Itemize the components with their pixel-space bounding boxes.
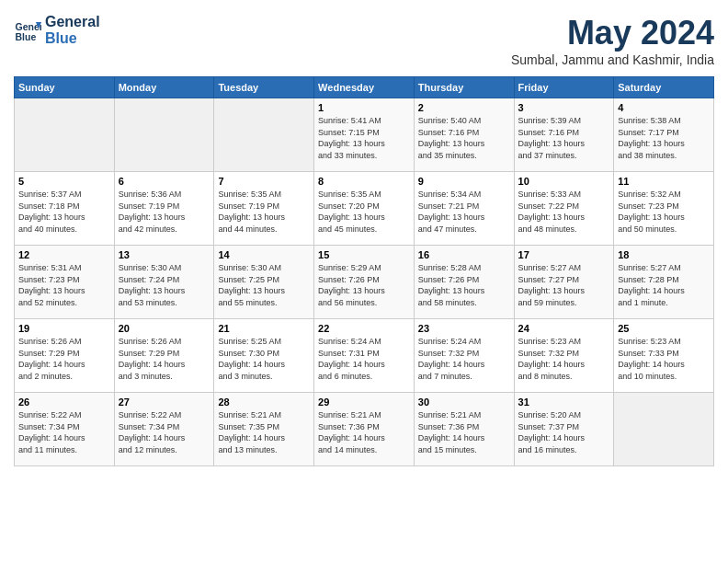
- day-number: 13: [119, 249, 210, 260]
- day-number: 27: [119, 396, 210, 408]
- day-info: Sunrise: 5:20 AM Sunset: 7:37 PM Dayligh…: [518, 409, 610, 455]
- calendar-cell: [114, 98, 214, 172]
- weekday-header-row: SundayMondayTuesdayWednesdayThursdayFrid…: [15, 77, 714, 98]
- calendar-week-row: 26Sunrise: 5:22 AM Sunset: 7:34 PM Dayli…: [15, 393, 714, 466]
- calendar-cell: 31Sunrise: 5:20 AM Sunset: 7:37 PM Dayli…: [514, 393, 614, 466]
- day-number: 31: [518, 396, 610, 408]
- day-number: 21: [218, 323, 310, 334]
- day-info: Sunrise: 5:21 AM Sunset: 7:36 PM Dayligh…: [318, 409, 410, 455]
- calendar-subtitle: Sumbal, Jammu and Kashmir, India: [511, 52, 714, 67]
- calendar-cell: 24Sunrise: 5:23 AM Sunset: 7:32 PM Dayli…: [514, 319, 614, 393]
- day-number: 25: [618, 323, 710, 334]
- calendar-cell: 8Sunrise: 5:35 AM Sunset: 7:20 PM Daylig…: [314, 172, 415, 246]
- weekday-header-cell: Saturday: [614, 77, 714, 98]
- day-info: Sunrise: 5:23 AM Sunset: 7:32 PM Dayligh…: [518, 336, 610, 382]
- calendar-cell: 17Sunrise: 5:27 AM Sunset: 7:27 PM Dayli…: [514, 246, 614, 319]
- weekday-header-cell: Monday: [114, 77, 214, 98]
- calendar-cell: 4Sunrise: 5:38 AM Sunset: 7:17 PM Daylig…: [614, 98, 714, 172]
- day-info: Sunrise: 5:26 AM Sunset: 7:29 PM Dayligh…: [18, 336, 110, 382]
- day-number: 8: [318, 176, 410, 187]
- day-number: 9: [418, 176, 510, 187]
- calendar-cell: [614, 393, 714, 466]
- day-info: Sunrise: 5:24 AM Sunset: 7:31 PM Dayligh…: [318, 336, 410, 382]
- calendar-cell: 16Sunrise: 5:28 AM Sunset: 7:26 PM Dayli…: [414, 246, 514, 319]
- day-number: 2: [418, 102, 510, 113]
- calendar-table: SundayMondayTuesdayWednesdayThursdayFrid…: [14, 76, 714, 466]
- weekday-header-cell: Thursday: [414, 77, 514, 98]
- day-number: 29: [318, 396, 410, 408]
- calendar-cell: 5Sunrise: 5:37 AM Sunset: 7:18 PM Daylig…: [15, 172, 115, 246]
- day-info: Sunrise: 5:41 AM Sunset: 7:15 PM Dayligh…: [318, 115, 410, 161]
- calendar-body: 1Sunrise: 5:41 AM Sunset: 7:15 PM Daylig…: [15, 98, 714, 466]
- day-number: 28: [218, 396, 310, 408]
- day-info: Sunrise: 5:30 AM Sunset: 7:25 PM Dayligh…: [218, 262, 310, 308]
- weekday-header-cell: Tuesday: [214, 77, 314, 98]
- day-number: 24: [518, 323, 610, 334]
- day-number: 19: [18, 323, 110, 334]
- day-info: Sunrise: 5:22 AM Sunset: 7:34 PM Dayligh…: [119, 409, 210, 455]
- day-info: Sunrise: 5:32 AM Sunset: 7:23 PM Dayligh…: [618, 189, 710, 235]
- calendar-cell: 9Sunrise: 5:34 AM Sunset: 7:21 PM Daylig…: [414, 172, 514, 246]
- weekday-header-cell: Sunday: [15, 77, 115, 98]
- day-info: Sunrise: 5:29 AM Sunset: 7:26 PM Dayligh…: [318, 262, 410, 308]
- weekday-header-cell: Wednesday: [314, 77, 415, 98]
- page-header: General Blue General Blue May 2024 Sumba…: [14, 14, 714, 67]
- day-number: 12: [18, 249, 110, 260]
- day-info: Sunrise: 5:30 AM Sunset: 7:24 PM Dayligh…: [119, 262, 210, 308]
- day-number: 23: [418, 323, 510, 334]
- day-number: 16: [418, 249, 510, 260]
- calendar-cell: 1Sunrise: 5:41 AM Sunset: 7:15 PM Daylig…: [314, 98, 415, 172]
- title-block: May 2024 Sumbal, Jammu and Kashmir, Indi…: [511, 14, 714, 67]
- svg-text:Blue: Blue: [16, 30, 37, 41]
- calendar-cell: [214, 98, 314, 172]
- calendar-cell: 22Sunrise: 5:24 AM Sunset: 7:31 PM Dayli…: [314, 319, 415, 393]
- day-number: 22: [318, 323, 410, 334]
- calendar-cell: 29Sunrise: 5:21 AM Sunset: 7:36 PM Dayli…: [314, 393, 415, 466]
- day-info: Sunrise: 5:39 AM Sunset: 7:16 PM Dayligh…: [518, 115, 610, 161]
- day-info: Sunrise: 5:34 AM Sunset: 7:21 PM Dayligh…: [418, 189, 510, 235]
- calendar-cell: 7Sunrise: 5:35 AM Sunset: 7:19 PM Daylig…: [214, 172, 314, 246]
- calendar-cell: 27Sunrise: 5:22 AM Sunset: 7:34 PM Dayli…: [114, 393, 214, 466]
- day-number: 17: [518, 249, 610, 260]
- day-number: 4: [618, 102, 710, 113]
- calendar-week-row: 19Sunrise: 5:26 AM Sunset: 7:29 PM Dayli…: [15, 319, 714, 393]
- calendar-cell: 14Sunrise: 5:30 AM Sunset: 7:25 PM Dayli…: [214, 246, 314, 319]
- day-info: Sunrise: 5:27 AM Sunset: 7:27 PM Dayligh…: [518, 262, 610, 308]
- day-number: 20: [119, 323, 210, 334]
- day-number: 18: [618, 249, 710, 260]
- day-info: Sunrise: 5:26 AM Sunset: 7:29 PM Dayligh…: [119, 336, 210, 382]
- day-info: Sunrise: 5:28 AM Sunset: 7:26 PM Dayligh…: [418, 262, 510, 308]
- calendar-cell: 26Sunrise: 5:22 AM Sunset: 7:34 PM Dayli…: [15, 393, 115, 466]
- logo: General Blue General Blue: [14, 14, 100, 46]
- calendar-cell: 19Sunrise: 5:26 AM Sunset: 7:29 PM Dayli…: [15, 319, 115, 393]
- day-info: Sunrise: 5:35 AM Sunset: 7:19 PM Dayligh…: [218, 189, 310, 235]
- day-info: Sunrise: 5:21 AM Sunset: 7:36 PM Dayligh…: [418, 409, 510, 455]
- day-info: Sunrise: 5:24 AM Sunset: 7:32 PM Dayligh…: [418, 336, 510, 382]
- calendar-cell: [15, 98, 115, 172]
- day-number: 5: [18, 176, 110, 187]
- calendar-cell: 13Sunrise: 5:30 AM Sunset: 7:24 PM Dayli…: [114, 246, 214, 319]
- calendar-week-row: 5Sunrise: 5:37 AM Sunset: 7:18 PM Daylig…: [15, 172, 714, 246]
- calendar-cell: 2Sunrise: 5:40 AM Sunset: 7:16 PM Daylig…: [414, 98, 514, 172]
- day-info: Sunrise: 5:21 AM Sunset: 7:35 PM Dayligh…: [218, 409, 310, 455]
- calendar-cell: 10Sunrise: 5:33 AM Sunset: 7:22 PM Dayli…: [514, 172, 614, 246]
- calendar-cell: 18Sunrise: 5:27 AM Sunset: 7:28 PM Dayli…: [614, 246, 714, 319]
- calendar-cell: 20Sunrise: 5:26 AM Sunset: 7:29 PM Dayli…: [114, 319, 214, 393]
- day-number: 10: [518, 176, 610, 187]
- day-info: Sunrise: 5:37 AM Sunset: 7:18 PM Dayligh…: [18, 189, 110, 235]
- day-number: 1: [318, 102, 410, 113]
- logo-general: General: [45, 14, 100, 30]
- logo-icon: General Blue: [14, 17, 41, 44]
- day-info: Sunrise: 5:36 AM Sunset: 7:19 PM Dayligh…: [119, 189, 210, 235]
- day-info: Sunrise: 5:27 AM Sunset: 7:28 PM Dayligh…: [618, 262, 710, 308]
- day-info: Sunrise: 5:22 AM Sunset: 7:34 PM Dayligh…: [18, 409, 110, 455]
- day-number: 30: [418, 396, 510, 408]
- day-info: Sunrise: 5:35 AM Sunset: 7:20 PM Dayligh…: [318, 189, 410, 235]
- calendar-cell: 6Sunrise: 5:36 AM Sunset: 7:19 PM Daylig…: [114, 172, 214, 246]
- calendar-cell: 15Sunrise: 5:29 AM Sunset: 7:26 PM Dayli…: [314, 246, 415, 319]
- day-info: Sunrise: 5:33 AM Sunset: 7:22 PM Dayligh…: [518, 189, 610, 235]
- day-number: 7: [218, 176, 310, 187]
- day-number: 3: [518, 102, 610, 113]
- logo-blue: Blue: [45, 30, 100, 47]
- calendar-cell: 3Sunrise: 5:39 AM Sunset: 7:16 PM Daylig…: [514, 98, 614, 172]
